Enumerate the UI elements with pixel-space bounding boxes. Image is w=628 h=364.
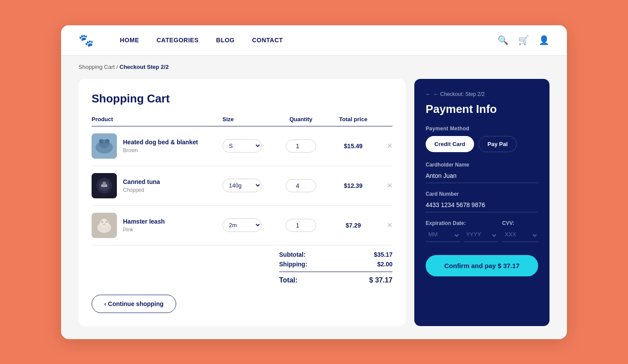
svg-point-9	[102, 182, 106, 185]
expiry-selects: MM 01020304 05060708 09101112 YYYY 20242…	[426, 229, 498, 242]
breadcrumb-current: Checkout Step 2/2	[119, 64, 169, 70]
remove-btn-3[interactable]: ✕	[387, 221, 392, 229]
cart-panel: Shopping Cart Product Size Quantity Tota…	[78, 79, 406, 326]
nav-actions: 🔍 🛒 👤	[498, 35, 550, 45]
product-info-2: Canned tuna Chopped	[123, 178, 160, 193]
col-quantity: Quantity	[275, 116, 327, 122]
table-row: Hamster leash Pink 1m2m3m $7.29 ✕	[92, 206, 392, 245]
checkout-back: ← ← Checkout: Step 2/2	[426, 91, 538, 97]
breadcrumb-shopping-cart[interactable]: Shopping Cart	[78, 64, 115, 70]
remove-cell-3: ✕	[379, 221, 392, 229]
product-sub-1: Brown	[123, 147, 198, 153]
product-info-3: Hamster leash Pink	[123, 218, 165, 232]
cart-icon[interactable]: 🛒	[518, 35, 529, 45]
cvv-group: CVV: XXX	[502, 220, 538, 242]
shipping-label: Shipping:	[279, 261, 307, 268]
product-image-3	[92, 213, 117, 238]
svg-point-15	[102, 224, 106, 225]
svg-point-14	[105, 221, 108, 223]
remove-btn-1[interactable]: ✕	[387, 142, 392, 150]
confirm-pay-button[interactable]: Confirm and pay $ 37.17	[426, 255, 538, 276]
paypal-button[interactable]: Pay Pal	[478, 136, 517, 152]
search-icon[interactable]: 🔍	[498, 35, 509, 45]
col-size: Size	[222, 116, 275, 122]
cart-title: Shopping Cart	[92, 92, 392, 105]
breadcrumb-separator: /	[116, 64, 119, 70]
remove-btn-2[interactable]: ✕	[387, 181, 392, 190]
product-cell-1: Heated dog bed & blanket Brown	[92, 133, 222, 159]
product-image-1	[92, 133, 117, 159]
cardholder-field: Cardholder Name	[426, 162, 538, 183]
shipping-line: Shipping: $2.00	[279, 259, 392, 269]
subtotal-line: Subtotal: $35.17	[279, 250, 392, 259]
size-select-2[interactable]: 140g280g400g	[222, 179, 262, 192]
user-icon[interactable]: 👤	[539, 35, 550, 45]
subtotal-value: $35.17	[374, 251, 392, 258]
expiry-month-select[interactable]: MM 01020304 05060708 09101112	[426, 229, 460, 242]
svg-point-3	[99, 139, 103, 143]
qty-input-2[interactable]	[286, 179, 316, 192]
total-label: Total:	[279, 276, 297, 284]
svg-point-13	[101, 221, 103, 223]
shipping-value: $2.00	[377, 261, 392, 268]
table-row: Canned tuna Chopped 140g280g400g $12.39 …	[92, 166, 392, 206]
qty-cell-3	[275, 219, 327, 232]
totals-row: Subtotal: $35.17 Shipping: $2.00 Total: …	[92, 245, 392, 288]
nav-categories[interactable]: CATEGORIES	[157, 37, 199, 44]
navbar: 🐾 HOME CATEGORIES BLOG CONTACT 🔍 🛒 👤	[61, 25, 567, 56]
cart-bottom: ‹ Continue shopping	[92, 295, 392, 313]
qty-cell-1	[275, 139, 327, 153]
product-info-1: Heated dog bed & blanket Brown	[123, 138, 198, 153]
total-value: $ 37.17	[369, 276, 392, 284]
expiry-group: Expiration Date: MM 01020304 05060708 09…	[426, 220, 498, 242]
remove-cell-2: ✕	[379, 181, 392, 190]
product-cell-3: Hamster leash Pink	[92, 213, 222, 238]
payment-method-label: Payment Method	[426, 126, 538, 132]
nav-home[interactable]: HOME	[120, 37, 139, 44]
price-cell-1: $15.49	[327, 143, 379, 150]
col-remove	[379, 116, 392, 122]
cardholder-label: Cardholder Name	[426, 162, 538, 168]
product-sub-3: Pink	[123, 227, 165, 233]
cvv-select[interactable]: XXX	[502, 229, 538, 242]
payment-title: Payment Info	[426, 102, 538, 116]
table-row: Heated dog bed & blanket Brown SMLXL $15…	[92, 126, 392, 166]
payment-panel: ← ← Checkout: Step 2/2 Payment Info Paym…	[414, 79, 550, 326]
subtotal-label: Subtotal:	[279, 251, 306, 258]
cardholder-input[interactable]	[426, 170, 538, 183]
qty-cell-2	[275, 179, 327, 192]
size-cell-1: SMLXL	[222, 139, 275, 153]
nav-blog[interactable]: BLOG	[216, 37, 235, 44]
size-select-3[interactable]: 1m2m3m	[222, 218, 262, 232]
nav-contact[interactable]: CONTACT	[252, 37, 283, 44]
totals-table: Subtotal: $35.17 Shipping: $2.00 Total: …	[279, 250, 392, 286]
svg-point-12	[100, 219, 109, 228]
totals-divider	[279, 272, 392, 272]
expiry-label: Expiration Date:	[426, 220, 498, 226]
card-number-field: Card Number	[426, 191, 538, 212]
product-image-2	[92, 173, 117, 198]
svg-point-4	[105, 139, 109, 143]
col-total-price: Total price	[327, 116, 379, 122]
remove-cell-1: ✕	[379, 142, 392, 150]
product-cell-2: Canned tuna Chopped	[92, 173, 222, 198]
qty-input-3[interactable]	[286, 219, 316, 232]
payment-method-row: Credit Card Pay Pal	[426, 136, 538, 152]
card-number-input[interactable]	[426, 200, 538, 212]
credit-card-button[interactable]: Credit Card	[426, 136, 474, 152]
product-name-1: Heated dog bed & blanket	[123, 138, 198, 146]
col-product: Product	[92, 116, 222, 122]
continue-shopping-button[interactable]: ‹ Continue shopping	[92, 295, 176, 313]
expiry-year-select[interactable]: YYYY 20242025202620272028	[464, 229, 498, 242]
price-cell-2: $12.39	[327, 182, 379, 189]
qty-input-1[interactable]	[286, 139, 316, 153]
size-cell-3: 1m2m3m	[222, 218, 275, 232]
checkout-step-label: ← Checkout: Step 2/2	[433, 91, 485, 97]
expiry-cvv-row: Expiration Date: MM 01020304 05060708 09…	[426, 220, 538, 242]
size-select-1[interactable]: SMLXL	[222, 139, 262, 153]
product-name-3: Hamster leash	[123, 218, 165, 225]
nav-links: HOME CATEGORIES BLOG CONTACT	[120, 36, 498, 44]
cart-table-header: Product Size Quantity Total price	[92, 116, 392, 126]
product-name-2: Canned tuna	[123, 178, 160, 186]
product-sub-2: Chopped	[123, 187, 160, 193]
